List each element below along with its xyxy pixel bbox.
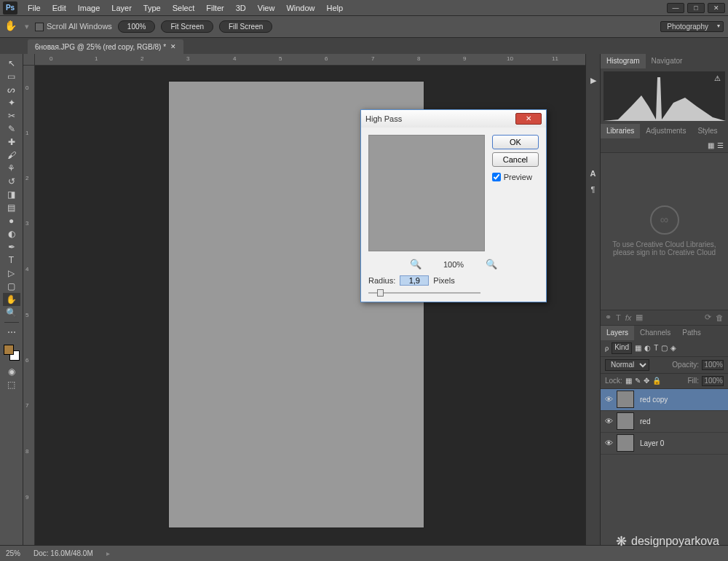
magic-wand-tool[interactable]: ✦ <box>3 96 20 109</box>
tab-close-icon[interactable]: ✕ <box>170 43 176 50</box>
quick-mask[interactable]: ◉ <box>3 365 20 378</box>
menu-3d[interactable]: 3D <box>230 0 252 16</box>
stamp-tool[interactable]: ⚘ <box>3 162 20 175</box>
opacity-input[interactable] <box>702 360 724 370</box>
lock-trans-icon[interactable]: ▦ <box>625 377 632 385</box>
blur-tool[interactable]: ● <box>3 214 20 227</box>
fill-layer-icon[interactable]: ▦ <box>636 313 643 322</box>
zoom-tool[interactable]: 🔍 <box>3 306 20 319</box>
visibility-icon[interactable]: 👁 <box>604 395 614 404</box>
radius-slider[interactable] <box>361 289 546 302</box>
menu-filter[interactable]: Filter <box>200 0 229 16</box>
document-tab[interactable]: 6новая.JPG @ 25% (red copy, RGB/8) * ✕ <box>28 39 183 54</box>
dialog-close-button[interactable]: ✕ <box>515 113 542 125</box>
fill-screen-button[interactable]: Fill Screen <box>219 20 272 33</box>
shape-tool[interactable]: ▢ <box>3 280 20 293</box>
pen-tool[interactable]: ✒ <box>3 240 20 254</box>
status-zoom[interactable]: 25% <box>6 549 20 557</box>
play-icon[interactable]: ▶ <box>587 76 599 87</box>
ruler-horizontal[interactable]: 01 23 45 67 89 1011 <box>35 54 585 66</box>
layer-name[interactable]: red copy <box>640 396 668 404</box>
zoom-100-button[interactable]: 100% <box>118 20 156 33</box>
crop-tool[interactable]: ✂ <box>3 109 20 122</box>
layer-row[interactable]: 👁 Layer 0 <box>601 433 728 455</box>
ruler-vertical[interactable]: 01 23 45 67 89 <box>23 66 35 545</box>
lock-all-icon[interactable]: 🔒 <box>652 377 661 385</box>
eraser-tool[interactable]: ◨ <box>3 188 20 201</box>
preview-checkbox[interactable] <box>492 173 501 181</box>
list-view-icon[interactable]: ☰ <box>717 141 724 149</box>
lock-position-icon[interactable]: ✥ <box>644 377 649 385</box>
fit-screen-button[interactable]: Fit Screen <box>161 20 213 33</box>
move-tool[interactable]: ↖ <box>3 57 20 70</box>
brush-tool[interactable]: 🖌 <box>3 149 20 162</box>
type-icon[interactable]: T <box>616 313 621 322</box>
slider-thumb[interactable] <box>377 289 384 297</box>
dodge-tool[interactable]: ◐ <box>3 227 20 240</box>
layer-row[interactable]: 👁 red <box>601 411 728 433</box>
color-swatches[interactable] <box>4 345 20 361</box>
window-minimize[interactable]: — <box>667 3 684 13</box>
tab-channels[interactable]: Channels <box>634 326 676 340</box>
layer-name[interactable]: red <box>640 417 650 425</box>
tab-adjustments[interactable]: Adjustments <box>640 124 692 138</box>
window-maximize[interactable]: □ <box>687 3 705 13</box>
radius-input[interactable] <box>400 275 429 286</box>
layer-name[interactable]: Layer 0 <box>640 439 664 447</box>
history-brush-tool[interactable]: ↺ <box>3 175 20 188</box>
window-close[interactable]: ✕ <box>708 3 725 13</box>
preview-checkbox-row[interactable]: Preview <box>492 173 539 181</box>
filter-type-icon[interactable]: T <box>654 344 658 352</box>
layer-kind-select[interactable]: Kind <box>612 342 632 354</box>
eyedropper-tool[interactable]: ✎ <box>3 122 20 136</box>
visibility-icon[interactable]: 👁 <box>604 439 614 447</box>
trash-icon[interactable]: 🗑 <box>716 313 724 322</box>
menu-image[interactable]: Image <box>72 0 106 16</box>
fx-icon[interactable]: fx <box>625 313 632 322</box>
workspace-selector[interactable]: Photography ▾ <box>660 21 724 32</box>
hand-tool[interactable]: ✋ <box>3 293 20 306</box>
filter-shape-icon[interactable]: ▢ <box>661 344 668 352</box>
filter-adjust-icon[interactable]: ◐ <box>644 344 651 352</box>
menu-edit[interactable]: Edit <box>47 0 72 16</box>
link-icon[interactable]: ⚭ <box>605 313 612 322</box>
lock-pixels-icon[interactable]: ✎ <box>635 377 641 385</box>
menu-layer[interactable]: Layer <box>106 0 138 16</box>
dialog-preview[interactable] <box>368 135 485 251</box>
edit-toolbar[interactable]: ⋯ <box>3 326 20 339</box>
menu-select[interactable]: Select <box>167 0 201 16</box>
zoom-in-icon[interactable]: 🔍 <box>486 259 497 270</box>
thumb-view-icon[interactable]: ▦ <box>708 141 714 149</box>
healing-tool[interactable]: ✚ <box>3 136 20 149</box>
menu-window[interactable]: Window <box>280 0 320 16</box>
path-select-tool[interactable]: ▷ <box>3 267 20 280</box>
zoom-out-icon[interactable]: 🔍 <box>410 259 422 270</box>
cancel-button[interactable]: Cancel <box>492 152 539 167</box>
ruler-origin[interactable] <box>23 54 35 66</box>
screen-mode[interactable]: ⬚ <box>3 378 20 391</box>
tab-libraries[interactable]: Libraries <box>601 124 640 138</box>
tab-histogram[interactable]: Histogram <box>601 54 646 68</box>
tab-paths[interactable]: Paths <box>676 326 707 340</box>
menu-help[interactable]: Help <box>321 0 349 16</box>
sync-icon[interactable]: ⟳ <box>705 313 711 322</box>
menu-file[interactable]: File <box>22 0 47 16</box>
gradient-tool[interactable]: ▤ <box>3 201 20 214</box>
visibility-icon[interactable]: 👁 <box>604 417 614 425</box>
paragraph-icon[interactable]: ¶ <box>587 185 599 197</box>
tab-styles[interactable]: Styles <box>692 124 723 138</box>
menu-view[interactable]: View <box>252 0 281 16</box>
layer-row[interactable]: 👁 red copy <box>601 389 728 411</box>
tab-navigator[interactable]: Navigator <box>646 54 689 68</box>
scroll-all-checkbox[interactable] <box>35 23 44 31</box>
layer-thumbnail[interactable] <box>617 434 634 452</box>
layer-thumbnail[interactable] <box>617 391 634 408</box>
status-doc-size[interactable]: Doc: 16.0M/48.0M <box>33 549 93 557</box>
character-icon[interactable]: A <box>587 169 599 181</box>
type-tool[interactable]: T <box>3 254 20 267</box>
lasso-tool[interactable]: ᔕ <box>3 83 20 96</box>
dialog-titlebar[interactable]: High Pass ✕ <box>361 110 546 128</box>
ok-button[interactable]: OK <box>492 135 539 149</box>
blend-mode-select[interactable]: Normal <box>605 359 649 371</box>
layer-thumbnail[interactable] <box>617 412 634 430</box>
